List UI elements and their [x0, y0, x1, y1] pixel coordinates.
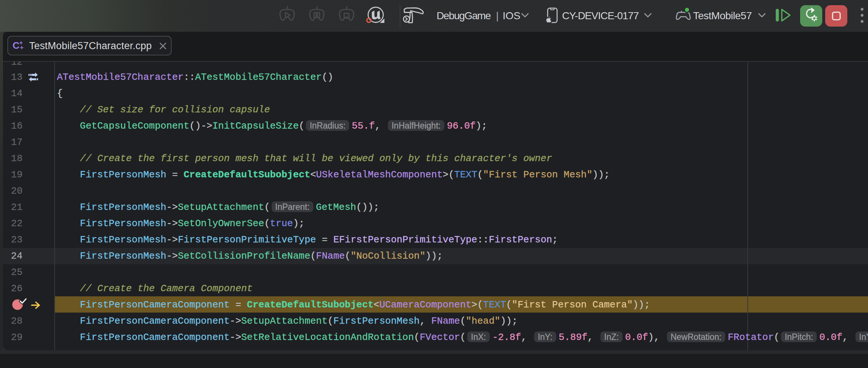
- svg-text:C: C: [13, 40, 20, 51]
- svg-text:+: +: [20, 44, 24, 51]
